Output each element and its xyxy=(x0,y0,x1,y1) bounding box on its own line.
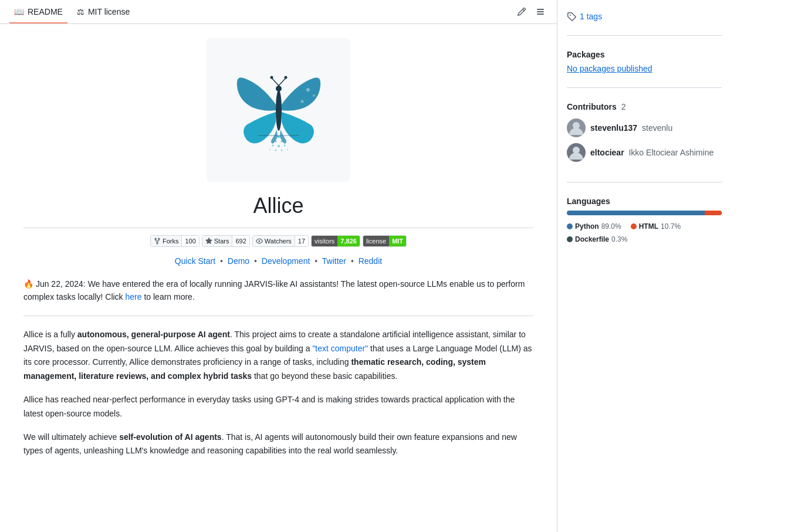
tags-link[interactable]: 1 tags xyxy=(580,12,602,21)
scale-icon: ⚖ xyxy=(77,7,84,16)
para3: We will ultimately achieve self-evolutio… xyxy=(23,431,533,459)
lang-bar-html xyxy=(705,211,721,215)
lang-bar-python xyxy=(567,211,705,215)
announcement: 🔥 Jun 22, 2024: We have entered the era … xyxy=(23,277,533,304)
lang-name-dockerfile: Dockerfile xyxy=(575,235,609,243)
badge-license-label: license xyxy=(363,236,389,246)
languages-section: Languages Python 89.0% HTML 10.7% Docker… xyxy=(567,196,722,257)
packages-heading: Packages xyxy=(567,50,722,59)
tags-section: 1 tags xyxy=(567,12,722,36)
badge-stars[interactable]: Stars 692 xyxy=(202,235,250,247)
para1-start: Allice is a fully xyxy=(23,330,77,339)
badge-stars-value: 692 xyxy=(232,236,249,246)
svg-point-1 xyxy=(276,90,282,131)
lang-dot-html xyxy=(631,223,637,229)
contributor-1-info: stevenlu137 stevenlu xyxy=(590,123,672,133)
content-divider xyxy=(23,316,533,316)
contributor-2: eltociear Ikko Eltociear Ashimine xyxy=(567,143,722,162)
badge-watchers-value: 17 xyxy=(295,236,308,246)
contributor-1-username[interactable]: stevenlu137 xyxy=(590,123,637,133)
tags-row: 1 tags xyxy=(567,12,722,21)
badge-watchers[interactable]: Watchers 17 xyxy=(252,235,309,247)
announcement-text: Jun 22, 2024: We have entered the era of… xyxy=(23,279,525,301)
lang-pct-python: 89.0% xyxy=(601,222,621,231)
contributor-1-name: stevenlu xyxy=(642,123,672,133)
contributor-2-name: Ikko Eltociear Ashimine xyxy=(628,148,714,157)
svg-point-17 xyxy=(275,149,276,151)
lang-bar-dockerfile xyxy=(721,211,722,215)
lang-item-dockerfile: Dockerfile 0.3% xyxy=(567,235,627,243)
sep-2: • xyxy=(254,256,257,266)
tab-readme[interactable]: 📖 README xyxy=(9,0,67,23)
badge-visitors-value: 7,826 xyxy=(337,236,360,246)
lang-name-python: Python xyxy=(575,222,599,231)
sidebar: 1 tags Packages No packages published Co… xyxy=(557,0,731,532)
announcement-end: to learn more. xyxy=(144,292,194,301)
svg-point-14 xyxy=(278,145,280,147)
para3-bold: self-evolution of AI agents xyxy=(119,432,222,442)
lang-dot-dockerfile xyxy=(567,236,573,242)
link-reddit[interactable]: Reddit xyxy=(359,256,382,266)
para2: Allice has reached near-perfect performa… xyxy=(23,393,533,421)
edit-button[interactable] xyxy=(515,5,529,19)
no-packages-link[interactable]: No packages published xyxy=(567,64,652,73)
link-quickstart[interactable]: Quick Start xyxy=(175,256,215,266)
badge-license[interactable]: license MIT xyxy=(363,235,407,247)
badge-stars-label: Stars xyxy=(202,236,233,246)
svg-point-15 xyxy=(283,144,285,146)
sep-4: • xyxy=(351,256,354,266)
para3-start: We will ultimately achieve xyxy=(23,432,119,442)
svg-point-13 xyxy=(272,144,273,146)
lang-item-html: HTML 10.7% xyxy=(631,222,681,231)
tag-icon xyxy=(567,12,576,21)
contributors-heading: Contributors xyxy=(567,102,617,111)
contributor-2-username[interactable]: eltociear xyxy=(590,148,624,157)
sep-1: • xyxy=(220,256,223,266)
lang-pct-dockerfile: 0.3% xyxy=(611,235,627,243)
lang-name-html: HTML xyxy=(639,222,658,231)
svg-point-2 xyxy=(276,86,282,92)
logo-box xyxy=(207,38,350,182)
tabs-bar: 📖 README ⚖ MIT license xyxy=(0,0,557,24)
butterfly-illustration xyxy=(220,49,337,172)
announcement-link[interactable]: here xyxy=(126,292,142,301)
title-divider xyxy=(23,228,533,228)
svg-point-8 xyxy=(313,94,315,97)
book-icon: 📖 xyxy=(14,7,24,16)
para1-bold1: autonomous, general-purpose AI agent xyxy=(77,330,230,339)
badge-license-value: MIT xyxy=(389,236,406,246)
para1-link[interactable]: "text computer" xyxy=(312,344,368,353)
links-row: Quick Start • Demo • Development • Twitt… xyxy=(23,256,533,266)
contributors-heading-row: Contributors 2 xyxy=(567,102,722,111)
tab-license[interactable]: ⚖ MIT license xyxy=(72,0,134,23)
badge-visitors[interactable]: visitors 7,826 xyxy=(311,235,360,247)
para1: Allice is a fully autonomous, general-pu… xyxy=(23,328,533,384)
badges-row: Forks 100 Stars 692 Watchers 17 xyxy=(23,235,533,247)
svg-point-19 xyxy=(287,149,288,150)
svg-point-18 xyxy=(280,149,282,151)
contributors-section: Contributors 2 stevenlu137 stevenlu xyxy=(567,102,722,182)
list-button[interactable] xyxy=(533,5,547,19)
badge-forks-value: 100 xyxy=(182,236,198,246)
tab-readme-label: README xyxy=(28,7,63,16)
contributor-1-avatar xyxy=(567,118,586,137)
contributor-2-avatar xyxy=(567,143,586,162)
languages-heading: Languages xyxy=(567,196,722,206)
main-content: 📖 README ⚖ MIT license xyxy=(0,0,557,532)
link-twitter[interactable]: Twitter xyxy=(322,256,346,266)
language-list: Python 89.0% HTML 10.7% Dockerfile 0.3% xyxy=(567,222,722,243)
badge-visitors-label: visitors xyxy=(312,236,337,246)
link-demo[interactable]: Demo xyxy=(228,256,249,266)
badge-watchers-label: Watchers xyxy=(253,236,295,246)
link-development[interactable]: Development xyxy=(262,256,310,266)
badge-forks[interactable]: Forks 100 xyxy=(150,235,200,247)
languages-bar xyxy=(567,211,722,215)
svg-point-6 xyxy=(284,76,287,79)
svg-point-10 xyxy=(278,135,280,138)
svg-point-4 xyxy=(270,76,273,79)
contributor-1: stevenlu137 stevenlu xyxy=(567,118,722,137)
sep-3: • xyxy=(315,256,317,266)
contributor-2-info: eltociear Ikko Eltociear Ashimine xyxy=(590,148,714,157)
contributors-count: 2 xyxy=(621,102,626,111)
lang-pct-html: 10.7% xyxy=(661,222,681,231)
